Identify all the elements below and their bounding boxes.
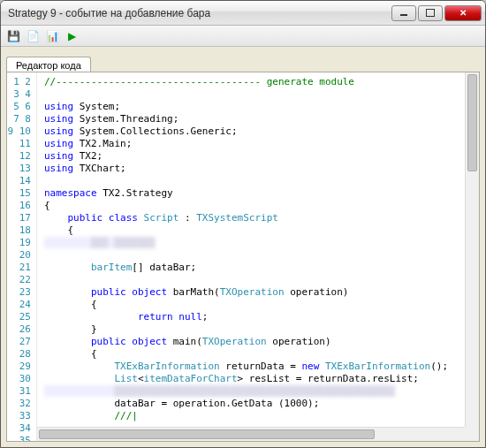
code-area[interactable]: //----------------------------------- ge… (37, 72, 479, 441)
chart-icon[interactable]: 📊 (45, 29, 59, 43)
app-window: Strategy 9 - событие на добавление бара … (0, 0, 486, 448)
vertical-scrollbar[interactable] (465, 72, 479, 427)
client-area: Редактор кода 1 2 3 4 5 6 7 8 9 10 11 12… (1, 47, 485, 447)
window-title: Strategy 9 - событие на добавление бара (8, 7, 390, 19)
toolbar: 💾 📄 📊 ▶ (1, 26, 485, 47)
scrollbar-thumb[interactable] (39, 429, 375, 439)
close-button[interactable] (444, 5, 482, 21)
tab-editor[interactable]: Редактор кода (6, 57, 91, 72)
maximize-button[interactable] (418, 5, 443, 21)
line-gutter: 1 2 3 4 5 6 7 8 9 10 11 12 13 14 15 16 1… (7, 72, 37, 441)
run-icon[interactable]: ▶ (65, 29, 79, 43)
tab-bar: Редактор кода (6, 52, 480, 72)
save-icon[interactable]: 💾 (6, 29, 20, 43)
scrollbar-thumb[interactable] (467, 74, 477, 171)
window-controls (390, 5, 482, 21)
code-editor[interactable]: 1 2 3 4 5 6 7 8 9 10 11 12 13 14 15 16 1… (6, 72, 480, 442)
minimize-button[interactable] (391, 5, 416, 21)
horizontal-scrollbar[interactable] (37, 427, 465, 441)
open-icon[interactable]: 📄 (26, 29, 40, 43)
titlebar[interactable]: Strategy 9 - событие на добавление бара (1, 1, 485, 26)
scrollbar-corner (465, 427, 479, 441)
